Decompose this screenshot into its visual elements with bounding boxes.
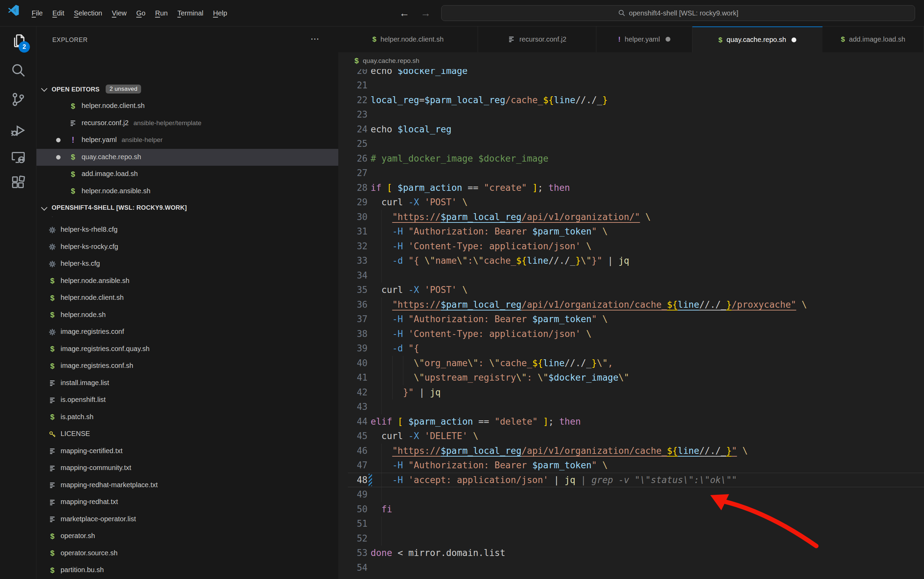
code-line-27[interactable]: 27 xyxy=(338,166,924,180)
menu-help[interactable]: Help xyxy=(208,7,232,20)
list-item-mapping-certified.txt[interactable]: mapping-certified.txt xyxy=(36,443,338,460)
code-line-47[interactable]: 47 -H "Authorization: Bearer $parm_token… xyxy=(338,458,924,473)
code-line-53[interactable]: 53done < mirror.domain.list xyxy=(338,546,924,561)
tab-add.image.load.sh[interactable]: $add.image.load.sh xyxy=(822,26,924,52)
list-item-quay.cache.repo.sh[interactable]: $quay.cache.repo.sh xyxy=(36,149,338,166)
menu-go[interactable]: Go xyxy=(131,7,150,20)
code-line-26[interactable]: 26# yaml_docker_image $docker_image xyxy=(338,151,924,166)
extensions-icon[interactable] xyxy=(0,168,36,197)
open-editors-header[interactable]: OPEN EDITORS2 unsaved xyxy=(36,81,338,98)
list-item-helper-ks-rhel8-ipxe.cfg[interactable]: helper-ks-rhel8-ipxe.cfg xyxy=(36,217,338,221)
source-control-icon[interactable] xyxy=(0,85,36,114)
code-line-44[interactable]: 44elif [ $parm_action == "delete" ]; the… xyxy=(338,414,924,429)
chevron-down-icon xyxy=(41,204,47,210)
menu-selection[interactable]: Selection xyxy=(69,7,107,20)
list-item-is.patch.sh[interactable]: $is.patch.sh xyxy=(36,409,338,426)
code-line-40[interactable]: 40 \"org_name\": \"cache_${line//./_}\", xyxy=(338,356,924,371)
list-item-LICENSE[interactable]: LICENSE xyxy=(36,426,338,443)
more-actions-icon[interactable]: ⋯ xyxy=(310,34,319,44)
breadcrumb[interactable]: $ quay.cache.repo.sh xyxy=(338,52,924,69)
code-line-38[interactable]: 38 -H 'Content-Type: application/json' \ xyxy=(338,327,924,342)
list-item-install.image.list[interactable]: install.image.list xyxy=(36,375,338,392)
source-control-icon xyxy=(10,92,26,107)
shell-file-icon: $ xyxy=(719,36,723,44)
code-line-37[interactable]: 37 -H "Authorization: Bearer $parm_token… xyxy=(338,312,924,327)
code-line-45[interactable]: 45 curl -X 'DELETE' \ xyxy=(338,429,924,443)
list-item-helper-ks.cfg[interactable]: helper-ks.cfg xyxy=(36,255,338,273)
navigate-forward-icon[interactable]: → xyxy=(420,0,431,26)
menu-run[interactable]: Run xyxy=(150,7,173,20)
tab-helper.yaml[interactable]: !helper.yaml xyxy=(596,26,693,52)
code-line-43[interactable]: 43 xyxy=(338,399,924,414)
list-item-image.registries.conf.sh[interactable]: $image.registries.conf.sh xyxy=(36,358,338,375)
code-line-23[interactable]: 23 xyxy=(338,107,924,122)
list-item-helper.node.sh[interactable]: $helper.node.sh xyxy=(36,307,338,324)
list-item-add.image.load.sh[interactable]: $add.image.load.sh xyxy=(36,166,338,183)
code-line-50[interactable]: 50 fi xyxy=(338,502,924,517)
list-item-image.registries.conf.quay.sh[interactable]: $image.registries.conf.quay.sh xyxy=(36,341,338,358)
command-center-search[interactable]: openshift4-shell [WSL: rocky9.work] xyxy=(441,5,915,21)
code-line-32[interactable]: 32 -H 'Content-Type: application/json' \ xyxy=(338,239,924,254)
code-line-36[interactable]: 36 "https://$parm_local_reg/api/v1/organ… xyxy=(338,298,924,312)
code-editor[interactable]: 20echo $docker_image2122local_reg=$parm_… xyxy=(338,0,924,579)
list-item-helper-ks-rhel8.cfg[interactable]: helper-ks-rhel8.cfg xyxy=(36,221,338,239)
list-item-mapping-community.txt[interactable]: mapping-community.txt xyxy=(36,460,338,477)
line-number: 27 xyxy=(351,166,368,180)
list-item-helper-ks-rocky.cfg[interactable]: helper-ks-rocky.cfg xyxy=(36,239,338,256)
code-line-46[interactable]: 46 "https://$parm_local_reg/api/v1/organ… xyxy=(338,443,924,458)
list-item-helper.yaml[interactable]: !helper.yamlansible-helper xyxy=(36,132,338,149)
tab-recursor.conf.j2[interactable]: recursor.conf.j2 xyxy=(478,26,596,52)
list-item-marketplace-operator.list[interactable]: marketplace-operator.list xyxy=(36,511,338,528)
menu-file[interactable]: File xyxy=(27,7,48,20)
code-line-54[interactable]: 54 xyxy=(338,561,924,575)
code-line-29[interactable]: 29 curl -X 'POST' \ xyxy=(338,195,924,210)
code-line-42[interactable]: 42 }" | jq xyxy=(338,385,924,400)
shell-file-icon: $ xyxy=(373,35,376,43)
navigate-back-icon[interactable]: ← xyxy=(399,0,410,26)
list-item-helper.node.client.sh[interactable]: $helper.node.client.sh xyxy=(36,98,338,115)
list-item-partition.bu.sh[interactable]: $partition.bu.sh xyxy=(36,562,338,579)
tab-helper.node.client.sh[interactable]: $helper.node.client.sh xyxy=(338,26,478,52)
code-line-49[interactable]: 49 xyxy=(338,487,924,502)
code-line-33[interactable]: 33 -d "{ \"name\":\"cache_${line//./_}\"… xyxy=(338,254,924,268)
list-item-operator.sh[interactable]: $operator.sh xyxy=(36,528,338,545)
list-item-image.registries.conf[interactable]: image.registries.conf xyxy=(36,324,338,341)
line-number: 45 xyxy=(351,429,368,443)
menu-edit[interactable]: Edit xyxy=(48,7,69,20)
shell-file-icon: $ xyxy=(50,412,54,422)
indent-guide xyxy=(381,487,382,502)
code-line-41[interactable]: 41 \"upstream_registry\": \"$docker_imag… xyxy=(338,370,924,385)
menu-view[interactable]: View xyxy=(107,7,131,20)
code-line-25[interactable]: 25 xyxy=(338,136,924,151)
remote-explorer-icon[interactable] xyxy=(0,143,36,172)
run-and-debug-icon[interactable] xyxy=(0,116,36,144)
code-line-39[interactable]: 39 -d "{ xyxy=(338,341,924,356)
code-line-34[interactable]: 34 xyxy=(338,268,924,283)
code-line-30[interactable]: 30 "https://$parm_local_reg/api/v1/organ… xyxy=(338,210,924,224)
code-line-48[interactable]: 48 -H 'accept: application/json' | jq | … xyxy=(338,473,924,487)
list-item-operator.source.sh[interactable]: $operator.source.sh xyxy=(36,545,338,562)
workspace-section-header[interactable]: OPENSHIFT4-SHELL [WSL: ROCKY9.WORK] xyxy=(36,200,338,217)
code-line-31[interactable]: 31 -H "Authorization: Bearer $parm_token… xyxy=(338,224,924,239)
code-line-35[interactable]: 35 curl -X 'POST' \ xyxy=(338,283,924,298)
code-line-24[interactable]: 24echo $local_reg xyxy=(338,122,924,137)
list-item-mapping-redhat-marketplace.txt[interactable]: mapping-redhat-marketplace.txt xyxy=(36,477,338,494)
menu-terminal[interactable]: Terminal xyxy=(172,7,208,20)
yaml-file-icon: ! xyxy=(618,35,620,43)
search-icon[interactable] xyxy=(0,56,36,85)
tab-quay.cache.repo.sh[interactable]: $quay.cache.repo.sh xyxy=(693,26,822,52)
explorer-icon[interactable]: 2 xyxy=(0,26,36,55)
code-line-21[interactable]: 21 xyxy=(338,78,924,93)
list-item-helper.node.ansible.sh[interactable]: $helper.node.ansible.sh xyxy=(36,273,338,290)
list-item-recursor.conf.j2[interactable]: recursor.conf.j2ansible-helper/template xyxy=(36,115,338,132)
code-line-22[interactable]: 22local_reg=$parm_local_reg/cache_${line… xyxy=(338,93,924,108)
code-line-28[interactable]: 28if [ $parm_action == "create" ]; then xyxy=(338,180,924,195)
list-item-helper.node.ansible.sh[interactable]: $helper.node.ansible.sh xyxy=(36,183,338,200)
list-item-helper.node.client.sh[interactable]: $helper.node.client.sh xyxy=(36,290,338,307)
command-center-text: openshift4-shell [WSL: rocky9.work] xyxy=(629,9,739,17)
list-item-is.openshift.list[interactable]: is.openshift.list xyxy=(36,392,338,409)
code-line-52[interactable]: 52 xyxy=(338,531,924,546)
line-number: 44 xyxy=(351,414,368,429)
code-line-51[interactable]: 51 xyxy=(338,517,924,531)
list-item-mapping-redhat.txt[interactable]: mapping-redhat.txt xyxy=(36,494,338,511)
